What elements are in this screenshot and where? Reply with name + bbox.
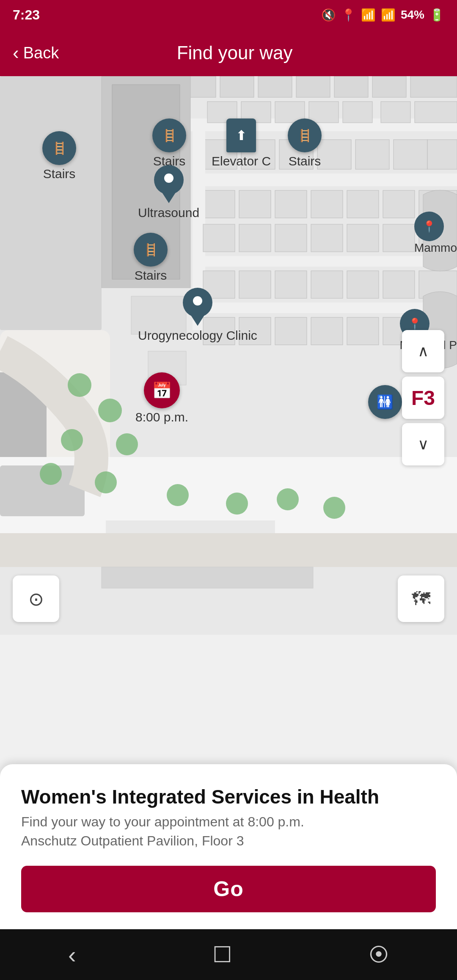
ultrasound-pin[interactable]: Ultrasound xyxy=(138,165,199,220)
nav-back-icon[interactable]: ‹ xyxy=(68,941,76,969)
restroom-pin[interactable]: 🚻 xyxy=(368,385,402,419)
time: 7:23 xyxy=(13,7,40,23)
urogyn-pin[interactable]: Urogynecology Clinic xyxy=(138,288,257,343)
floor-down-button[interactable]: ∨ xyxy=(402,423,444,465)
svg-rect-35 xyxy=(383,190,415,218)
svg-rect-10 xyxy=(296,76,330,97)
map-bottom-controls: ⊙ 🗺 xyxy=(0,575,457,622)
stairs-pin-1[interactable]: 🪜 Stairs xyxy=(42,131,76,181)
chevron-up-icon: ∧ xyxy=(418,342,429,360)
svg-rect-25 xyxy=(317,140,351,169)
svg-rect-12 xyxy=(372,76,406,97)
svg-rect-33 xyxy=(311,190,343,218)
header-title: Find your way xyxy=(67,42,402,63)
nav-bar: ‹ ☐ ⦿ xyxy=(0,929,457,980)
svg-rect-48 xyxy=(275,271,307,298)
stairs-icon-3: 🪜 xyxy=(288,118,322,152)
appointment-subtitle: Find your way to your appointment at 8:0… xyxy=(21,814,436,830)
svg-rect-32 xyxy=(275,190,307,218)
svg-point-66 xyxy=(98,399,122,422)
stairs-label-1: Stairs xyxy=(43,167,76,181)
stairs-icon-1: 🪜 xyxy=(42,131,76,165)
svg-rect-8 xyxy=(220,76,254,97)
go-button[interactable]: Go xyxy=(21,866,436,912)
location-icon: 📍 xyxy=(341,8,356,22)
svg-point-72 xyxy=(226,493,248,515)
svg-rect-42 xyxy=(347,224,379,252)
nav-recent-icon[interactable]: ⦿ xyxy=(369,943,389,966)
ultrasound-location-icon xyxy=(154,165,184,203)
svg-rect-31 xyxy=(239,190,271,218)
elevator-c-pin[interactable]: ⬆ Elevator C xyxy=(212,118,271,168)
wifi-icon: 📶 xyxy=(361,8,376,22)
back-button[interactable]: ‹ Back xyxy=(13,42,59,63)
svg-rect-21 xyxy=(415,102,457,123)
status-icons: 🔇 📍 📶 📶 54% 🔋 xyxy=(321,8,444,22)
restroom-icon: 🚻 xyxy=(377,394,394,410)
svg-rect-4 xyxy=(0,76,102,330)
svg-rect-56 xyxy=(275,317,307,345)
svg-rect-57 xyxy=(311,317,343,345)
stairs-pin-4[interactable]: 🪜 Stairs xyxy=(134,233,168,283)
header: ‹ Back Find your way xyxy=(0,30,457,76)
back-arrow-icon: ‹ xyxy=(13,42,19,63)
floor-up-button[interactable]: ∧ xyxy=(402,330,444,372)
svg-rect-26 xyxy=(355,140,389,169)
signal-icon: 📶 xyxy=(381,8,396,22)
elevator-label: Elevator C xyxy=(212,154,271,168)
svg-point-69 xyxy=(40,463,62,485)
svg-point-70 xyxy=(95,471,117,493)
status-bar: 7:23 🔇 📍 📶 📶 54% 🔋 xyxy=(0,0,457,30)
svg-rect-28 xyxy=(427,140,457,169)
chevron-down-icon: ∨ xyxy=(418,435,429,453)
svg-point-74 xyxy=(323,497,345,519)
svg-point-71 xyxy=(167,484,189,506)
appointment-label: 8:00 p.m. xyxy=(135,410,188,424)
map-icon: 🗺 xyxy=(412,588,430,609)
stairs-label-4: Stairs xyxy=(135,268,167,283)
back-label: Back xyxy=(23,44,59,62)
battery-label: 54% xyxy=(401,8,424,22)
ultrasound-label: Ultrasound xyxy=(138,206,199,220)
appointment-pin[interactable]: 📅 8:00 p.m. xyxy=(135,372,188,424)
svg-rect-58 xyxy=(347,317,379,345)
stairs-label-3: Stairs xyxy=(289,154,321,168)
svg-rect-39 xyxy=(239,224,271,252)
destination-title: Women's Integrated Services in Health xyxy=(21,785,436,808)
svg-point-67 xyxy=(61,429,83,451)
floor-label: F3 xyxy=(411,386,435,410)
svg-rect-50 xyxy=(347,271,379,298)
appointment-icon: 📅 xyxy=(144,372,180,408)
current-floor-button[interactable]: F3 xyxy=(402,377,444,419)
map-view-button[interactable]: 🗺 xyxy=(398,575,444,622)
mammo-label: Mammo xyxy=(414,241,457,254)
stairs-pin-2[interactable]: 🪜 Stairs xyxy=(152,118,186,168)
svg-rect-11 xyxy=(334,76,368,97)
svg-rect-49 xyxy=(311,271,343,298)
svg-rect-27 xyxy=(394,140,427,169)
svg-rect-20 xyxy=(381,102,410,123)
mammo-pin: 📍 Mammo xyxy=(414,212,457,255)
svg-rect-30 xyxy=(203,190,235,218)
battery-icon: 🔋 xyxy=(429,8,444,22)
svg-rect-38 xyxy=(203,224,235,252)
svg-point-68 xyxy=(116,433,138,455)
location-center-button[interactable]: ⊙ xyxy=(13,575,59,622)
stairs-pin-3[interactable]: 🪜 Stairs xyxy=(288,118,322,168)
svg-rect-34 xyxy=(347,190,379,218)
floor-controls: ∧ F3 ∨ xyxy=(402,330,444,465)
crosshair-icon: ⊙ xyxy=(28,588,44,610)
svg-rect-29 xyxy=(195,173,457,186)
info-panel: Women's Integrated Services in Health Fi… xyxy=(0,764,457,929)
stairs-icon-4: 🪜 xyxy=(134,233,168,267)
svg-rect-51 xyxy=(383,271,415,298)
nav-home-icon[interactable]: ☐ xyxy=(212,942,232,967)
stairs-icon-2: 🪜 xyxy=(152,118,186,152)
svg-rect-75 xyxy=(0,533,457,567)
map-container[interactable]: 🪜 Stairs 🪜 Stairs ⬆ Elevator C 🪜 Stairs … xyxy=(0,76,457,635)
svg-point-73 xyxy=(277,488,299,510)
elevator-icon: ⬆ xyxy=(226,118,256,152)
svg-rect-19 xyxy=(343,102,372,123)
svg-rect-45 xyxy=(195,256,457,267)
urogyn-label: Urogynecology Clinic xyxy=(138,328,257,343)
